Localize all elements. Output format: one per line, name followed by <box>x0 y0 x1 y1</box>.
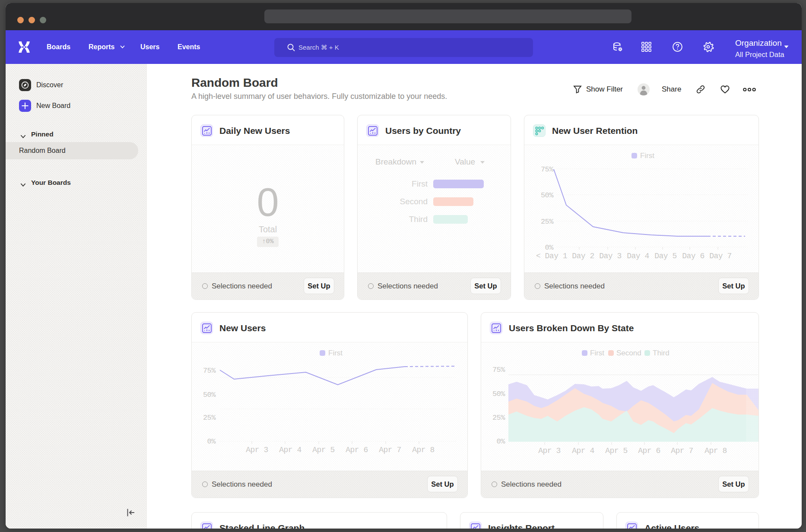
svg-text:50%: 50% <box>541 191 554 200</box>
svg-text:0%: 0% <box>497 437 506 446</box>
svg-text:25%: 25% <box>541 218 554 226</box>
svg-text:Apr 4: Apr 4 <box>572 446 594 455</box>
svg-text:< Day 1: < Day 1 <box>536 252 567 260</box>
svg-text:Day 4: Day 4 <box>627 252 649 260</box>
svg-text:0%: 0% <box>207 437 216 446</box>
svg-text:Apr 8: Apr 8 <box>704 446 727 455</box>
svg-text:25%: 25% <box>492 414 505 422</box>
svg-text:Third: Third <box>653 349 670 357</box>
svg-text:Day 3: Day 3 <box>599 252 622 260</box>
svg-text:75%: 75% <box>541 165 554 174</box>
svg-text:Apr 3: Apr 3 <box>538 446 561 455</box>
svg-text:Day 7: Day 7 <box>709 252 732 260</box>
svg-text:Second: Second <box>616 349 641 357</box>
svg-text:Apr 7: Apr 7 <box>379 446 401 454</box>
svg-text:75%: 75% <box>492 366 505 374</box>
svg-text:First: First <box>640 152 654 160</box>
svg-text:Apr 7: Apr 7 <box>671 446 693 455</box>
svg-text:First: First <box>328 349 343 357</box>
svg-text:Apr 3: Apr 3 <box>246 446 268 454</box>
svg-text:0%: 0% <box>545 244 554 252</box>
svg-text:Day 5: Day 5 <box>654 252 677 260</box>
svg-text:Apr 6: Apr 6 <box>638 446 660 455</box>
svg-text:25%: 25% <box>203 414 216 422</box>
svg-text:50%: 50% <box>492 390 505 398</box>
svg-text:Day 2: Day 2 <box>572 252 594 260</box>
svg-text:Apr 8: Apr 8 <box>412 446 435 454</box>
svg-text:75%: 75% <box>203 367 216 375</box>
svg-text:Apr 6: Apr 6 <box>346 446 368 454</box>
svg-text:First: First <box>590 349 604 357</box>
svg-text:50%: 50% <box>203 391 216 399</box>
svg-text:Apr 5: Apr 5 <box>312 446 335 454</box>
svg-text:Apr 5: Apr 5 <box>605 446 628 455</box>
svg-text:Day 6: Day 6 <box>682 252 704 260</box>
svg-text:Apr 4: Apr 4 <box>279 446 301 454</box>
